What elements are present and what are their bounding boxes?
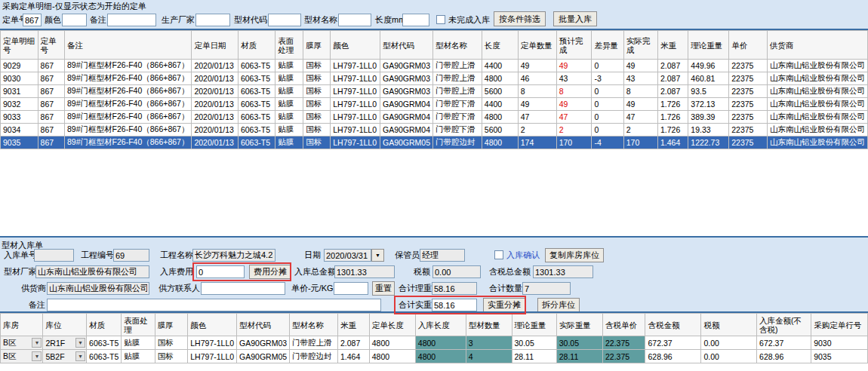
column-header[interactable]: 材质 <box>238 31 275 60</box>
column-header[interactable]: 入库长度 <box>415 314 466 336</box>
order-no-input[interactable] <box>23 14 42 26</box>
table-row[interactable]: 902986789#门框型材F26-F40（866+867）2020/01/13… <box>1 60 868 72</box>
actual-allocate-button[interactable]: 实重分摊 <box>483 298 525 312</box>
fee-input[interactable] <box>196 265 245 278</box>
total-amount-input[interactable] <box>334 265 395 278</box>
column-header[interactable]: 定单号 <box>38 31 64 60</box>
column-header[interactable]: 含税单价 <box>602 314 645 336</box>
column-header[interactable]: 税额 <box>701 314 757 336</box>
table-row[interactable]: B区▾5B2F▾6063-T5贴膜国标LH797-1LL0GA90GRM05门带… <box>1 350 868 363</box>
manufacturer-input[interactable] <box>195 14 230 26</box>
confirm-checkbox[interactable] <box>494 250 503 259</box>
column-header[interactable]: 颜色 <box>331 31 380 60</box>
table-cell: 372.13 <box>688 98 729 111</box>
date-input[interactable] <box>324 249 371 262</box>
column-header[interactable]: 型材名称 <box>433 31 482 60</box>
column-header[interactable]: 定单数量 <box>518 31 556 60</box>
combo-cell[interactable]: 2R1F▾ <box>43 336 87 350</box>
table-row[interactable]: 903386789#门框型材F26-F40（866+867）2020/01/13… <box>1 111 868 124</box>
combo-cell[interactable]: B区▾ <box>1 336 43 350</box>
contact-input[interactable] <box>201 282 285 295</box>
column-header[interactable]: 定单日期 <box>192 31 239 60</box>
column-header[interactable]: 型材代码 <box>237 314 290 336</box>
factory-input[interactable] <box>35 265 149 278</box>
tax-input[interactable] <box>432 265 481 278</box>
table-cell: 49 <box>623 98 657 111</box>
column-header[interactable]: 定单明细号 <box>1 31 38 60</box>
column-header[interactable]: 实际完成 <box>623 31 657 60</box>
chevron-down-icon[interactable]: ▾ <box>32 351 42 361</box>
table-row[interactable]: 903586789#门框型材F26-F40（866+867）2020/01/13… <box>1 136 868 149</box>
total-with-tax-input[interactable] <box>533 265 593 278</box>
chevron-down-icon[interactable]: ▾ <box>32 338 42 348</box>
column-header[interactable]: 米重 <box>657 31 688 60</box>
column-header[interactable]: 长度 <box>482 31 518 60</box>
column-header[interactable]: 型材代码 <box>380 31 433 60</box>
column-header[interactable]: 定单长度 <box>369 314 415 336</box>
table-row[interactable]: 903286789#门框型材F26-F40（866+867）2020/01/13… <box>1 98 868 111</box>
column-header[interactable]: 实际重量 <box>556 314 602 336</box>
column-header[interactable]: 表面处理 <box>275 31 303 60</box>
table-cell: 2020/01/13 <box>192 136 239 149</box>
length-label: 长度mm <box>375 14 405 26</box>
color-input[interactable] <box>62 14 87 26</box>
table-cell: 国标 <box>303 111 331 124</box>
column-header[interactable]: 预计完成 <box>556 31 592 60</box>
fee-allocate-button[interactable]: 费用分摊 <box>249 265 291 279</box>
column-header[interactable]: 理论重量 <box>512 314 556 336</box>
chevron-down-icon[interactable]: ▾ <box>75 338 85 348</box>
unfinished-checkbox[interactable] <box>436 15 445 24</box>
column-header[interactable]: 供货商 <box>767 31 867 60</box>
column-header[interactable]: 表面处理 <box>122 314 155 336</box>
total-theory-input[interactable] <box>432 282 477 295</box>
column-header[interactable]: 采购定单行号 <box>811 314 868 336</box>
combo-cell[interactable]: 5B2F▾ <box>43 350 87 363</box>
column-header[interactable]: 差异量 <box>592 31 623 60</box>
project-no-input[interactable] <box>113 249 149 262</box>
column-header[interactable]: 库位 <box>43 314 87 336</box>
column-header[interactable]: 单价 <box>729 31 768 60</box>
unit-price-input[interactable] <box>334 282 368 295</box>
note-input[interactable] <box>47 299 381 311</box>
keeper-input[interactable] <box>420 249 465 262</box>
column-header[interactable]: 材质 <box>87 314 122 336</box>
column-header[interactable]: 型材名称 <box>290 314 338 336</box>
copy-warehouse-button[interactable]: 复制库房库位 <box>545 248 604 262</box>
supplier-input[interactable] <box>47 282 149 295</box>
profile-name-input[interactable] <box>338 14 371 26</box>
length-input[interactable] <box>402 14 429 26</box>
column-header[interactable]: 膜厚 <box>155 314 188 336</box>
combo-cell[interactable]: B区▾ <box>1 350 43 363</box>
column-header[interactable]: 型材数量 <box>466 314 512 336</box>
column-header[interactable]: 库房 <box>1 314 43 336</box>
table-cell: 门带腔上滑 <box>433 60 482 72</box>
total-actual-input[interactable] <box>432 299 477 311</box>
split-location-button[interactable]: 拆分库位 <box>537 298 580 312</box>
table-row[interactable]: 903186789#门框型材F26-F40（866+867）2020/01/13… <box>1 85 868 98</box>
remark-input[interactable] <box>107 14 156 26</box>
profile-code-input[interactable] <box>268 14 301 26</box>
inbound-no-input[interactable] <box>34 249 74 262</box>
reset-button[interactable]: 重置 <box>372 281 395 296</box>
color-label: 颜色 <box>45 14 61 26</box>
column-header[interactable]: 含税金额 <box>645 314 701 336</box>
column-header[interactable]: 入库金额(不含税) <box>757 314 811 336</box>
table-cell: GA90GRM03 <box>237 336 290 350</box>
project-name-input[interactable] <box>192 249 275 262</box>
total-qty-input[interactable] <box>522 282 571 295</box>
table-row[interactable]: 903086789#门框型材F26-F40（866+867）2020/01/13… <box>1 72 868 85</box>
table-cell: 1.464 <box>657 136 688 149</box>
date-dropdown-icon[interactable]: ▼ <box>371 249 384 262</box>
table-row[interactable]: B区▾2R1F▾6063-T5贴膜国标LH797-1LL0GA90GRM03门带… <box>1 336 868 350</box>
column-header[interactable]: 膜厚 <box>303 31 331 60</box>
fee-label: 入库费用 <box>160 265 193 278</box>
column-header[interactable]: 米重 <box>337 314 369 336</box>
column-header[interactable]: 备注 <box>65 31 192 60</box>
column-header[interactable]: 颜色 <box>188 314 237 336</box>
filter-by-condition-button[interactable]: 按条件筛选 <box>494 11 546 26</box>
batch-inbound-button[interactable]: 批量入库 <box>553 11 597 26</box>
chevron-down-icon[interactable]: ▾ <box>75 351 85 361</box>
table-row[interactable]: 903486789#门框型材F26-F40（866+867）2020/01/13… <box>1 124 868 136</box>
table-cell: 0.00 <box>701 336 757 350</box>
column-header[interactable]: 理论重量 <box>688 31 729 60</box>
